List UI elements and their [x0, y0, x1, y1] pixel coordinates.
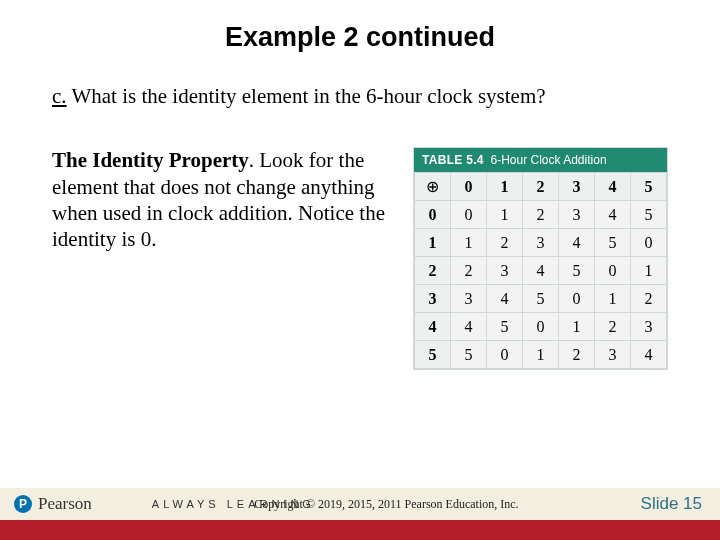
cell: 4	[487, 285, 523, 313]
table-row: 3345012	[415, 285, 667, 313]
explanation-lead: The Identity Property	[52, 148, 249, 172]
row-header: 2	[415, 257, 451, 285]
cell: 3	[595, 341, 631, 369]
clock-addition-table: ⊕ 0 1 2 3 4 5 0012345 1123450 2234501 33…	[414, 172, 667, 369]
cell: 3	[523, 229, 559, 257]
table-row: 4450123	[415, 313, 667, 341]
brand-logo: P Pearson	[0, 494, 92, 514]
cell: 5	[487, 313, 523, 341]
copyright-text: Copyright © 2019, 2015, 2011 Pearson Edu…	[254, 497, 518, 512]
explanation-text: The Identity Property. Look for the elem…	[52, 147, 393, 252]
cell: 3	[487, 257, 523, 285]
col-header: 0	[451, 173, 487, 201]
cell: 5	[559, 257, 595, 285]
cell: 0	[631, 229, 667, 257]
cell: 4	[523, 257, 559, 285]
cell: 2	[523, 201, 559, 229]
cell: 5	[451, 341, 487, 369]
row-header: 0	[415, 201, 451, 229]
cell: 2	[451, 257, 487, 285]
cell: 0	[523, 313, 559, 341]
question-text: c. What is the identity element in the 6…	[52, 83, 668, 109]
cell: 3	[631, 313, 667, 341]
cell: 0	[487, 341, 523, 369]
cell: 4	[595, 201, 631, 229]
col-header: 2	[523, 173, 559, 201]
cell: 1	[559, 313, 595, 341]
cell: 0	[595, 257, 631, 285]
table-corner-cell: ⊕	[415, 173, 451, 201]
cell: 1	[523, 341, 559, 369]
clock-table-figure: TABLE 5.4 6-Hour Clock Addition ⊕ 0 1 2 …	[413, 147, 668, 370]
table-row: 2234501	[415, 257, 667, 285]
col-header: 4	[595, 173, 631, 201]
footer-strip: P Pearson ALWAYS LEARNING Copyright © 20…	[0, 488, 720, 520]
cell: 4	[451, 313, 487, 341]
row-header: 1	[415, 229, 451, 257]
brand-mark-icon: P	[14, 495, 32, 513]
slide-title: Example 2 continued	[0, 0, 720, 63]
cell: 1	[595, 285, 631, 313]
table-row: 0012345	[415, 201, 667, 229]
table-row: 1123450	[415, 229, 667, 257]
cell: 4	[559, 229, 595, 257]
table-caption: 6-Hour Clock Addition	[491, 153, 607, 167]
cell: 5	[631, 201, 667, 229]
cell: 1	[451, 229, 487, 257]
cell: 1	[631, 257, 667, 285]
cell: 2	[631, 285, 667, 313]
brand-name: Pearson	[38, 494, 92, 514]
cell: 1	[487, 201, 523, 229]
footer: P Pearson ALWAYS LEARNING Copyright © 20…	[0, 488, 720, 540]
row-header: 3	[415, 285, 451, 313]
col-header: 3	[559, 173, 595, 201]
cell: 3	[559, 201, 595, 229]
table-caption-bar: TABLE 5.4 6-Hour Clock Addition	[414, 148, 667, 172]
content-row: The Identity Property. Look for the elem…	[52, 147, 668, 370]
question-label: c.	[52, 84, 67, 108]
cell: 2	[487, 229, 523, 257]
content-area: c. What is the identity element in the 6…	[0, 63, 720, 370]
col-header: 5	[631, 173, 667, 201]
cell: 3	[451, 285, 487, 313]
table-row: 5501234	[415, 341, 667, 369]
cell: 2	[559, 341, 595, 369]
row-header: 4	[415, 313, 451, 341]
cell: 5	[595, 229, 631, 257]
cell: 2	[595, 313, 631, 341]
cell: 4	[631, 341, 667, 369]
col-header: 1	[487, 173, 523, 201]
footer-accent-bar	[0, 520, 720, 540]
cell: 0	[559, 285, 595, 313]
cell: 5	[523, 285, 559, 313]
table-label: TABLE 5.4	[422, 153, 484, 167]
row-header: 5	[415, 341, 451, 369]
question-body: What is the identity element in the 6-ho…	[67, 84, 546, 108]
cell: 0	[451, 201, 487, 229]
slide-number: Slide 15	[641, 494, 702, 514]
